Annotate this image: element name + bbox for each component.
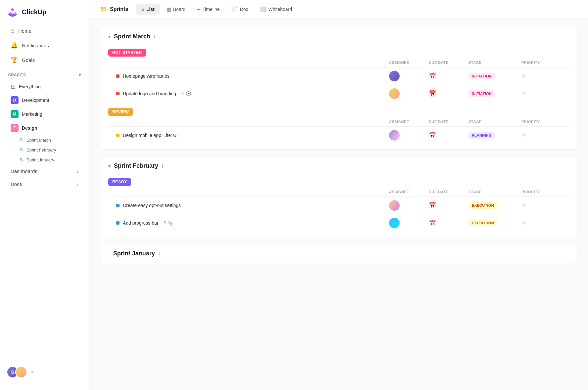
task-due-date[interactable]: 📅: [429, 72, 468, 80]
task-dot: [116, 74, 120, 78]
everything-icon: ⊞: [11, 83, 16, 90]
divider: [100, 105, 577, 105]
task-dot: [116, 221, 120, 225]
bell-icon: 🔔: [11, 42, 18, 49]
comment-icon: 💬: [186, 91, 191, 96]
sidebar-item-home[interactable]: ⌂ Home: [3, 24, 86, 38]
task-due-date[interactable]: 📅: [429, 202, 468, 209]
tab-list[interactable]: ≡ List: [136, 4, 160, 15]
page-title: Sprints: [110, 6, 128, 12]
doc-tab-label: Doc: [240, 7, 248, 12]
task-row[interactable]: Add progress bar 5 📎 📅: [108, 214, 569, 232]
assignee-avatar: [389, 88, 400, 99]
sidebar-item-design[interactable]: E Design: [3, 121, 86, 135]
sprint-january-info-icon[interactable]: ℹ: [158, 251, 160, 256]
marketing-avatar: M: [11, 110, 19, 118]
user-dropdown-icon[interactable]: ▾: [31, 370, 33, 374]
task-assignee: [389, 200, 429, 211]
col-duedate: DUE DATE: [429, 61, 468, 65]
sprint-january-header[interactable]: › Sprint January ℹ: [100, 244, 577, 263]
home-label: Home: [18, 28, 31, 34]
docs-chevron-icon: ›: [77, 181, 78, 187]
content-area: ▾ Sprint March ℹ NOT STARTED ASSIGNEE DU…: [89, 19, 588, 390]
sprint-march-body: NOT STARTED ASSIGNEE DUE DATE STAGE PRIO…: [100, 49, 577, 149]
board-tab-icon: ▦: [167, 6, 171, 12]
col-duedate: DUE DATE: [429, 120, 468, 124]
task-row[interactable]: Create easy opt-out settings 📅 EXECUTION…: [108, 196, 569, 214]
review-group: REVIEW ASSIGNEE DUE DATE STAGE PRIORITY …: [108, 108, 569, 144]
doc-tab-icon: 📄: [232, 6, 238, 12]
col-assignee: ASSIGNEE: [389, 120, 429, 124]
calendar-icon: 📅: [429, 72, 436, 80]
sprint-february-chevron-icon: ▾: [108, 163, 111, 169]
task-stage: INITIATION: [468, 90, 521, 97]
task-due-date[interactable]: 📅: [429, 90, 468, 97]
development-avatar: D: [11, 96, 19, 104]
sidebar-sprint-february[interactable]: ↻ Sprint February: [3, 145, 86, 154]
task-due-date[interactable]: 📅: [429, 219, 468, 227]
sprint-february-label: Sprint February: [26, 148, 56, 152]
sprint-february-title: Sprint February: [114, 162, 158, 169]
task-due-date[interactable]: 📅: [429, 132, 468, 139]
sprint-march-chevron-icon: ▾: [108, 34, 111, 39]
calendar-icon: 📅: [429, 202, 436, 209]
sprint-february-info-icon[interactable]: ℹ: [162, 163, 163, 169]
table-header-ready: ASSIGNEE DUE DATE STAGE PRIORITY: [108, 187, 569, 196]
stage-badge: PLANNING: [468, 132, 495, 139]
sidebar-item-notifications[interactable]: 🔔 Notifications: [3, 38, 86, 52]
sidebar-item-dashboards[interactable]: Dashboards ›: [3, 165, 86, 177]
task-stage: EXECUTION: [468, 220, 521, 226]
sidebar-item-docs[interactable]: Docs ›: [3, 178, 86, 190]
stage-badge: INITIATION: [468, 73, 495, 79]
sprint-march-header[interactable]: ▾ Sprint March ℹ: [100, 27, 577, 46]
notifications-label: Notifications: [22, 43, 49, 48]
everything-label: Everything: [19, 84, 41, 89]
task-row[interactable]: Design mobile app 'Lite' UI 📅 PLANNING ⚑: [108, 126, 569, 144]
whiteboard-tab-icon: ⬜: [260, 6, 266, 12]
task-row[interactable]: Update logo and branding 3 💬 📅: [108, 85, 569, 102]
task-name: Create easy opt-out settings: [116, 203, 389, 208]
user-area[interactable]: S ▾: [0, 361, 89, 383]
goals-icon: 🏆: [11, 56, 18, 64]
not-started-badge: NOT STARTED: [108, 49, 146, 57]
assignee-avatar: [389, 130, 400, 141]
task-row[interactable]: Homepage wireframes 📅 INITIATION ⚑: [108, 67, 569, 85]
avatar-stack: S: [7, 366, 27, 378]
tab-whiteboard[interactable]: ⬜ Whiteboard: [255, 4, 297, 15]
whiteboard-tab-label: Whiteboard: [268, 7, 292, 12]
sprint-icon-february: ↻: [20, 147, 24, 152]
task-stage: EXECUTION: [468, 202, 521, 209]
tab-doc[interactable]: 📄 Doc: [226, 4, 254, 15]
col-stage: STAGE: [468, 61, 521, 65]
sidebar-item-development[interactable]: D Development: [3, 94, 86, 107]
task-priority[interactable]: ⚑: [521, 91, 561, 97]
task-dot: [116, 134, 120, 137]
task-assignee: [389, 71, 429, 81]
home-icon: ⌂: [11, 27, 14, 34]
design-label: Design: [22, 125, 37, 131]
col-duedate: DUE DATE: [429, 190, 468, 194]
col-priority: PRIORITY: [521, 120, 561, 124]
task-priority[interactable]: ⚑: [521, 73, 561, 79]
sidebar-item-everything[interactable]: ⊞ Everything: [3, 80, 86, 93]
stage-badge: INITIATION: [468, 90, 495, 97]
sprint-march-label: Sprint March: [26, 138, 51, 143]
tab-timeline[interactable]: ━ Timeline: [192, 4, 225, 15]
task-name: Homepage wireframes: [116, 73, 389, 79]
sprint-march-info-icon[interactable]: ℹ: [154, 34, 155, 39]
sprint-february-header[interactable]: ▾ Sprint February ℹ: [100, 156, 577, 175]
view-tabs: ≡ List ▦ Board ━ Timeline 📄 Doc ⬜ Whiteb…: [136, 4, 297, 15]
calendar-icon: 📅: [429, 219, 436, 227]
tab-board[interactable]: ▦ Board: [161, 4, 191, 15]
assignee-avatar: [389, 200, 400, 211]
sidebar-sprint-march[interactable]: ↻ Sprint March: [3, 135, 86, 145]
sidebar-item-marketing[interactable]: M Marketing: [3, 108, 86, 121]
task-name: Design mobile app 'Lite' UI: [116, 133, 389, 138]
spaces-chevron-icon[interactable]: ▾: [79, 72, 81, 77]
sidebar-item-goals[interactable]: 🏆 Goals: [3, 53, 86, 67]
task-priority[interactable]: ⚑: [521, 220, 561, 226]
task-priority[interactable]: ⚑: [521, 202, 561, 209]
sidebar-sprint-january[interactable]: ↻ Sprint January: [3, 155, 86, 164]
task-priority[interactable]: ⚑: [521, 132, 561, 139]
task-assignee: [389, 88, 429, 99]
